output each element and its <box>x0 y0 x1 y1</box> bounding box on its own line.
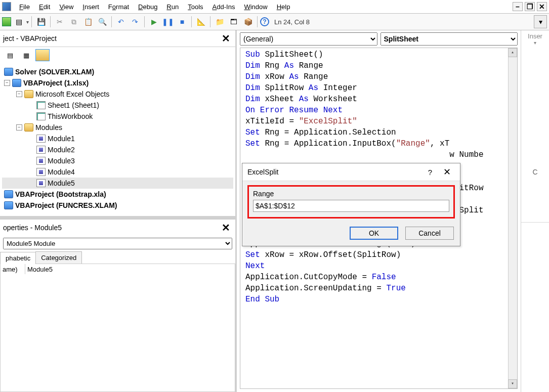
tab-categorized[interactable]: Categorized <box>35 251 82 264</box>
excel-sheet-sliver: Inser ▾ C <box>521 30 549 392</box>
object-browser-icon[interactable]: 📦 <box>241 15 255 28</box>
menu-edit[interactable]: Edit <box>35 2 54 12</box>
expander-icon[interactable]: − <box>16 91 22 97</box>
cut-icon[interactable]: ✂ <box>53 15 66 28</box>
redo-icon[interactable]: ↷ <box>129 15 142 28</box>
menu-format[interactable]: Format <box>104 2 133 12</box>
tree-label: Modules <box>35 123 62 132</box>
view-object-icon[interactable]: ▦ <box>19 49 33 61</box>
expander-icon[interactable]: − <box>4 80 10 86</box>
menu-insert[interactable]: Insert <box>78 2 103 12</box>
expander-icon[interactable]: − <box>16 124 22 130</box>
dialog-close-icon[interactable]: ✕ <box>439 166 455 178</box>
properties-panel-close-icon[interactable]: ✕ <box>220 222 232 234</box>
tree-node[interactable]: Module5 <box>2 178 233 189</box>
menu-run[interactable]: Run <box>162 2 183 12</box>
tree-node[interactable]: Module3 <box>2 155 233 166</box>
save-icon[interactable]: 💾 <box>34 15 48 28</box>
copy-icon[interactable]: ⧉ <box>67 15 80 28</box>
module-icon <box>36 135 46 143</box>
proj-icon <box>4 190 13 198</box>
help-icon[interactable]: ? <box>260 17 269 26</box>
properties-panel-header: operties - Module5 ✕ <box>0 220 235 236</box>
toolbar-overflow-icon[interactable]: ▾ <box>534 15 547 28</box>
dialog-highlight-box: Range <box>247 185 455 219</box>
property-name: ame) <box>1 266 25 273</box>
tree-label: Module4 <box>48 168 75 176</box>
tree-node[interactable]: Solver (SOLVER.XLAM) <box>2 66 233 77</box>
ok-button[interactable]: OK <box>350 227 398 240</box>
property-value[interactable]: Module5 <box>25 264 235 274</box>
tab-alphabetic[interactable]: phabetic <box>0 252 36 264</box>
tree-label: VBAProject (Bootstrap.xla) <box>15 190 106 198</box>
menu-window[interactable]: Window <box>240 2 271 12</box>
undo-icon[interactable]: ↶ <box>114 15 128 28</box>
properties-tabs: phabetic Categorized <box>0 251 235 264</box>
project-panel-title: ject - VBAProject <box>3 34 57 42</box>
menu-tools[interactable]: Tools <box>184 2 207 12</box>
object-combo[interactable]: (General) <box>240 32 377 46</box>
tree-node[interactable]: −Modules <box>2 122 233 133</box>
folder-icon <box>24 123 33 132</box>
properties-object-combo[interactable]: Module5 Module <box>3 238 232 249</box>
procedure-combo[interactable]: SplitSheet <box>381 32 518 46</box>
tree-label: Module1 <box>48 135 75 143</box>
module-icon <box>36 157 46 165</box>
scroll-up-icon[interactable]: ▴ <box>508 48 517 57</box>
vertical-scrollbar[interactable] <box>508 48 517 388</box>
tree-label: Sheet1 (Sheet1) <box>48 101 99 109</box>
dialog-field-label: Range <box>253 190 449 198</box>
tree-label: VBAProject (FUNCRES.XLAM) <box>15 201 117 209</box>
pause-icon[interactable]: ❚❚ <box>161 15 175 28</box>
tree-node[interactable]: Sheet1 (Sheet1) <box>2 100 233 111</box>
minimize-button[interactable]: – <box>513 2 523 11</box>
menu-view[interactable]: View <box>55 2 77 12</box>
column-header[interactable]: C <box>521 121 549 223</box>
close-window-button[interactable]: ✕ <box>537 2 547 11</box>
tree-node[interactable]: −VBAProject (1.xlsx) <box>2 77 233 89</box>
dialog-help-icon[interactable]: ? <box>421 168 439 177</box>
dialog-titlebar[interactable]: ExcelSplit ? ✕ <box>242 163 460 181</box>
project-panel-close-icon[interactable]: ✕ <box>220 32 232 45</box>
tree-node[interactable]: Module2 <box>2 144 233 155</box>
module-icon <box>36 168 46 176</box>
range-input[interactable] <box>253 200 449 212</box>
module-icon <box>36 146 46 154</box>
excel-icon[interactable] <box>2 17 11 26</box>
tree-node[interactable]: Module1 <box>2 133 233 144</box>
proj-icon <box>4 68 13 76</box>
property-row[interactable]: ame) Module5 <box>1 264 235 274</box>
tree-node[interactable]: −Microsoft Excel Objects <box>2 89 233 100</box>
cursor-position-status: Ln 24, Col 8 <box>274 18 310 26</box>
tree-node[interactable]: VBAProject (Bootstrap.xla) <box>2 189 233 200</box>
project-tree[interactable]: Solver (SOLVER.XLAM)−VBAProject (1.xlsx)… <box>0 63 235 216</box>
folder-icon <box>24 90 33 98</box>
app-logo-icon <box>2 2 11 11</box>
paste-icon[interactable]: 📋 <box>81 15 95 28</box>
menu-help[interactable]: Help <box>273 2 294 12</box>
properties-window-icon[interactable]: 🗔 <box>227 15 240 28</box>
menubar: FileEditViewInsertFormatDebugRunToolsAdd… <box>0 0 549 13</box>
tree-label: Module5 <box>48 179 75 187</box>
menu-add-ins[interactable]: Add-Ins <box>208 2 239 12</box>
view-code-icon[interactable]: ▤ <box>3 49 17 61</box>
cancel-button[interactable]: Cancel <box>405 227 454 240</box>
find-icon[interactable]: 🔍 <box>96 15 109 28</box>
tree-node[interactable]: VBAProject (FUNCRES.XLAM) <box>2 200 233 211</box>
sheet-icon <box>36 101 46 109</box>
project-explorer-icon[interactable]: 📁 <box>213 15 226 28</box>
tree-label: Microsoft Excel Objects <box>35 90 109 98</box>
run-icon[interactable]: ▶ <box>147 15 160 28</box>
view-form-icon[interactable]: ▤ <box>12 15 25 28</box>
tree-node[interactable]: Module4 <box>2 166 233 178</box>
restore-button[interactable]: ❐ <box>525 2 535 11</box>
scroll-down-icon[interactable]: ▾ <box>508 379 517 388</box>
design-mode-icon[interactable]: 📐 <box>194 15 207 28</box>
menu-debug[interactable]: Debug <box>134 2 161 12</box>
toggle-folders-icon[interactable] <box>35 49 50 61</box>
menu-file[interactable]: File <box>15 2 34 12</box>
tree-node[interactable]: ThisWorkbook <box>2 111 233 122</box>
module-icon <box>36 179 46 187</box>
tree-label: VBAProject (1.xlsx) <box>23 79 89 87</box>
stop-icon[interactable]: ■ <box>176 15 189 28</box>
